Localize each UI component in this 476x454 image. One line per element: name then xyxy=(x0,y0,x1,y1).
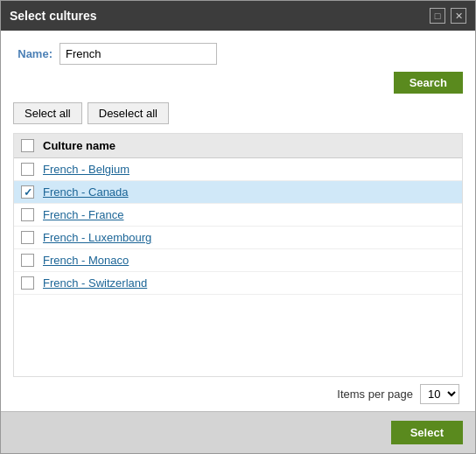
table-row[interactable]: French - Canada xyxy=(14,181,462,204)
row-checkbox[interactable] xyxy=(21,185,34,199)
culture-name-link[interactable]: French - Belgium xyxy=(43,163,130,176)
search-label: Name: xyxy=(13,47,52,60)
title-bar-controls: □ ✕ xyxy=(430,8,466,24)
search-btn-row: Search xyxy=(13,72,463,94)
table-row[interactable]: French - France xyxy=(14,204,462,227)
search-input[interactable] xyxy=(60,43,217,65)
row-checkbox[interactable] xyxy=(21,208,34,221)
dialog-footer: Select xyxy=(1,411,475,453)
table-row[interactable]: French - Switzerland xyxy=(14,272,462,295)
dialog-title: Select cultures xyxy=(10,9,97,23)
action-buttons: Select all Deselect all xyxy=(13,102,463,124)
table-rows-container: French - BelgiumFrench - CanadaFrench - … xyxy=(14,158,462,295)
search-row: Name: xyxy=(13,43,463,65)
close-button[interactable]: ✕ xyxy=(451,8,466,24)
culture-name-link[interactable]: French - Switzerland xyxy=(43,276,147,290)
pagination-row: Items per page 5102050 xyxy=(13,377,463,411)
culture-name-link[interactable]: French - Canada xyxy=(43,185,129,199)
row-checkbox[interactable] xyxy=(21,163,34,176)
items-per-page-select[interactable]: 5102050 xyxy=(420,384,459,404)
culture-name-link[interactable]: French - Luxembourg xyxy=(43,231,151,244)
dialog-body: Name: Search Select all Deselect all Cul… xyxy=(1,31,475,411)
table-header: Culture name xyxy=(14,134,462,158)
row-checkbox[interactable] xyxy=(21,254,34,267)
cultures-table: Culture name French - BelgiumFrench - Ca… xyxy=(13,133,463,377)
table-row[interactable]: French - Luxembourg xyxy=(14,227,462,249)
row-checkbox[interactable] xyxy=(21,231,34,244)
minimize-button[interactable]: □ xyxy=(430,8,445,24)
deselect-all-button[interactable]: Deselect all xyxy=(88,102,169,124)
search-button[interactable]: Search xyxy=(394,72,463,94)
row-checkbox[interactable] xyxy=(21,276,34,290)
table-header-label: Culture name xyxy=(43,139,116,152)
select-all-button[interactable]: Select all xyxy=(13,102,82,124)
header-checkbox[interactable] xyxy=(21,139,34,152)
culture-name-link[interactable]: French - Monaco xyxy=(43,254,129,267)
culture-name-link[interactable]: French - France xyxy=(43,208,123,221)
table-row[interactable]: French - Monaco xyxy=(14,249,462,272)
select-button[interactable]: Select xyxy=(391,421,463,444)
select-cultures-dialog: Select cultures □ ✕ Name: Search Select … xyxy=(0,0,476,454)
items-per-page-label: Items per page xyxy=(337,388,413,401)
table-row[interactable]: French - Belgium xyxy=(14,158,462,181)
title-bar: Select cultures □ ✕ xyxy=(1,1,475,31)
